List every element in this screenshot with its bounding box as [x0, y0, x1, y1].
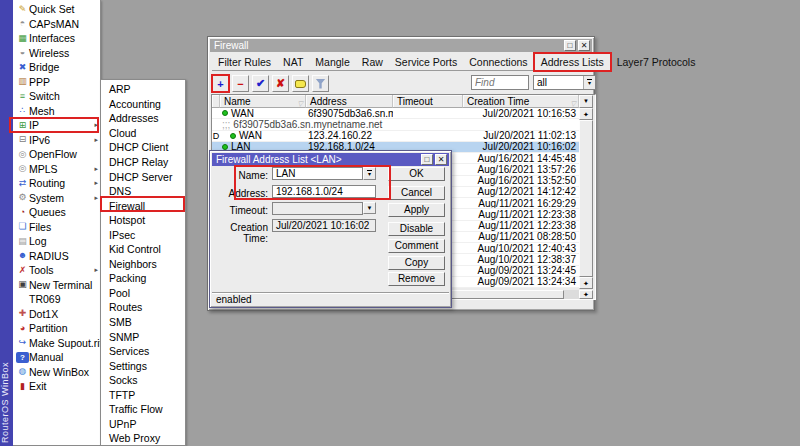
- submenu-item-packing[interactable]: Packing: [101, 271, 185, 286]
- submenu-item-hotspot[interactable]: Hotspot: [101, 213, 185, 228]
- tab-service-ports[interactable]: Service Ports: [389, 54, 463, 70]
- sidebar-item-new-terminal[interactable]: ▣New Terminal: [13, 278, 100, 293]
- sidebar-item-mesh[interactable]: ∴Mesh: [13, 104, 100, 119]
- sidebar-item-ppp[interactable]: ▥PPP: [13, 75, 100, 90]
- filter-button[interactable]: [312, 75, 329, 92]
- submenu-item-services[interactable]: Services: [101, 344, 185, 359]
- sidebar-item-tools[interactable]: ✗Tools▸: [13, 263, 100, 278]
- tab-filter-rules[interactable]: Filter Rules: [212, 54, 277, 70]
- sidebar-item-switch[interactable]: ≡Switch: [13, 89, 100, 104]
- column-header-timeout[interactable]: Timeout: [393, 95, 463, 108]
- submenu-item-firewall[interactable]: Firewall: [101, 198, 185, 213]
- sidebar-item-ip[interactable]: ⊞IP▸: [13, 118, 100, 133]
- sidebar-item-system[interactable]: ⚙System▸: [13, 191, 100, 206]
- header-filter-icon[interactable]: ▼: [579, 95, 593, 108]
- sidebar-item-files[interactable]: ❏Files: [13, 220, 100, 235]
- submenu-item-web-proxy[interactable]: Web Proxy: [101, 431, 185, 446]
- vertical-scroll-thumb[interactable]: [579, 120, 593, 277]
- disable-button[interactable]: Disable: [388, 222, 445, 236]
- enable-button[interactable]: ✔: [252, 75, 269, 92]
- sidebar-item-bridge[interactable]: ✖Bridge: [13, 60, 100, 75]
- submenu-item-dns[interactable]: DNS: [101, 184, 185, 199]
- submenu-item-routes[interactable]: Routes: [101, 300, 185, 315]
- name-field[interactable]: LAN: [272, 167, 363, 180]
- tab-layer7-protocols[interactable]: Layer7 Protocols: [611, 54, 702, 70]
- comment-button[interactable]: [292, 75, 309, 92]
- column-header-address[interactable]: Address: [306, 95, 393, 108]
- dialog-close-icon[interactable]: ✕: [435, 154, 447, 165]
- submenu-item-cloud[interactable]: Cloud: [101, 126, 185, 141]
- submenu-item-dhcp-client[interactable]: DHCP Client: [101, 140, 185, 155]
- chevron-down-icon[interactable]: ▾: [583, 76, 595, 89]
- sidebar-item-tr069[interactable]: TR069: [13, 292, 100, 307]
- sidebar-item-openflow[interactable]: ◎OpenFlow: [13, 147, 100, 162]
- name-spinner-icon[interactable]: ▾: [363, 167, 376, 180]
- remove-button[interactable]: Remove: [388, 272, 445, 286]
- close-icon[interactable]: ✕: [578, 40, 590, 51]
- vertical-scrollbar[interactable]: ✦ ✦: [579, 108, 593, 289]
- add-button[interactable]: +: [212, 75, 229, 92]
- sidebar-item-quick-set[interactable]: ✎Quick Set: [13, 2, 100, 17]
- submenu-item-pool[interactable]: Pool: [101, 286, 185, 301]
- table-row[interactable]: DWAN123.24.160.22Jul/20/2021 11:02:13: [212, 131, 579, 142]
- sidebar-item-routing[interactable]: ⇄Routing▸: [13, 176, 100, 191]
- find-input[interactable]: [471, 75, 529, 90]
- sidebar-item-manual[interactable]: ?Manual: [13, 350, 100, 365]
- submenu-item-socks[interactable]: Socks: [101, 373, 185, 388]
- address-field[interactable]: 192.168.1.0/24: [272, 185, 376, 198]
- column-header-creation-time[interactable]: Creation Time▽: [463, 95, 579, 108]
- sidebar-item-partition[interactable]: ◕Partition: [13, 321, 100, 336]
- sidebar-item-dot1x[interactable]: ✚Dot1X: [13, 307, 100, 322]
- tab-address-lists[interactable]: Address Lists: [534, 53, 611, 71]
- submenu-item-snmp[interactable]: SNMP: [101, 329, 185, 344]
- scroll-up-icon[interactable]: ✦: [579, 108, 593, 120]
- table-row[interactable]: WAN6f39075db3a6.sn.myn...Jul/20/2021 10:…: [212, 108, 579, 119]
- ok-button[interactable]: OK: [388, 167, 445, 181]
- sidebar-item-log[interactable]: ▤Log: [13, 234, 100, 249]
- submenu-item-upnp[interactable]: UPnP: [101, 417, 185, 432]
- sidebar-item-radius[interactable]: ☻RADIUS: [13, 249, 100, 264]
- sidebar-item-queues[interactable]: ◔Queues: [13, 205, 100, 220]
- submenu-item-traffic-flow[interactable]: Traffic Flow: [101, 402, 185, 417]
- submenu-item-ipsec[interactable]: IPsec: [101, 227, 185, 242]
- sidebar-item-make-supout-rif[interactable]: ↪Make Supout.rif: [13, 336, 100, 351]
- sidebar-item-ipv6[interactable]: ⊟IPv6▸: [13, 133, 100, 148]
- submenu-item-smb[interactable]: SMB: [101, 315, 185, 330]
- column-header-flags[interactable]: [212, 95, 220, 108]
- scroll-down-icon[interactable]: ✦: [579, 277, 593, 289]
- table-row[interactable]: ;;;6f39075db3a6.sn.mynetname.net: [212, 119, 579, 130]
- submenu-item-neighbors[interactable]: Neighbors: [101, 257, 185, 272]
- timeout-field[interactable]: [272, 202, 363, 215]
- sidebar-item-exit[interactable]: ▮Exit: [13, 379, 100, 394]
- copy-button[interactable]: Copy: [388, 256, 445, 270]
- sidebar-item-wireless[interactable]: ◒Wireless: [13, 46, 100, 61]
- submenu-item-kid-control[interactable]: Kid Control: [101, 242, 185, 257]
- submenu-item-arp[interactable]: ARP: [101, 82, 185, 97]
- sidebar-item-mpls[interactable]: ◎MPLS▸: [13, 162, 100, 177]
- tab-mangle[interactable]: Mangle: [309, 54, 355, 70]
- apply-button[interactable]: Apply: [388, 203, 445, 217]
- cancel-button[interactable]: Cancel: [388, 186, 445, 200]
- dialog-maximize-icon[interactable]: □: [421, 154, 433, 165]
- firewall-window-titlebar[interactable]: Firewall □ ✕: [210, 39, 592, 52]
- submenu-item-addresses[interactable]: Addresses: [101, 111, 185, 126]
- submenu-item-dhcp-server[interactable]: DHCP Server: [101, 169, 185, 184]
- sidebar-item-interfaces[interactable]: ▦Interfaces: [13, 31, 100, 46]
- maximize-icon[interactable]: □: [564, 40, 576, 51]
- tab-connections[interactable]: Connections: [463, 54, 533, 70]
- submenu-item-settings[interactable]: Settings: [101, 358, 185, 373]
- dialog-titlebar[interactable]: Firewall Address List <LAN> □ ✕: [212, 153, 449, 166]
- comment-button[interactable]: Comment: [388, 239, 445, 253]
- submenu-item-accounting[interactable]: Accounting: [101, 97, 185, 112]
- scroll-right-icon[interactable]: ✦: [579, 290, 593, 299]
- tab-raw[interactable]: Raw: [356, 54, 389, 70]
- tab-nat[interactable]: NAT: [277, 54, 309, 70]
- sidebar-item-capsman[interactable]: ◓CAPsMAN: [13, 17, 100, 32]
- remove-button[interactable]: −: [232, 75, 249, 92]
- timeout-dropdown-icon[interactable]: ▼: [363, 202, 376, 214]
- disable-button[interactable]: ✘: [272, 75, 289, 92]
- sidebar-item-new-winbox[interactable]: ◍New WinBox: [13, 365, 100, 380]
- submenu-item-dhcp-relay[interactable]: DHCP Relay: [101, 155, 185, 170]
- column-header-name[interactable]: Name▽: [220, 95, 306, 108]
- submenu-item-tftp[interactable]: TFTP: [101, 387, 185, 402]
